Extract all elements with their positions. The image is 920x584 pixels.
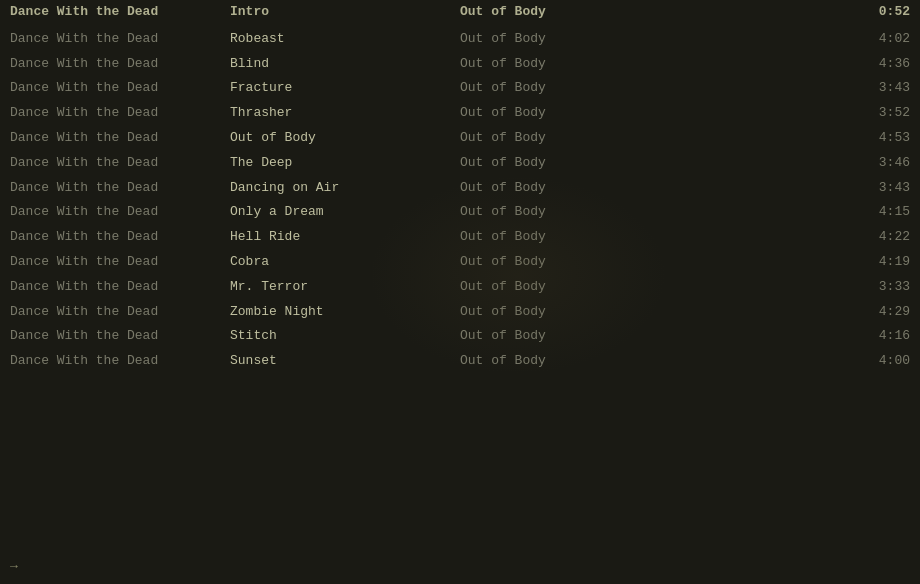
track-album: Out of Body: [460, 302, 680, 323]
table-row[interactable]: Dance With the DeadRobeastOut of Body4:0…: [0, 27, 920, 52]
track-title: Only a Dream: [230, 202, 460, 223]
table-row[interactable]: Dance With the DeadThe DeepOut of Body3:…: [0, 151, 920, 176]
track-album: Out of Body: [460, 128, 680, 149]
track-artist: Dance With the Dead: [10, 128, 230, 149]
table-row[interactable]: Dance With the DeadStitchOut of Body4:16: [0, 324, 920, 349]
track-artist: Dance With the Dead: [10, 351, 230, 372]
track-title: The Deep: [230, 153, 460, 174]
track-album: Out of Body: [460, 153, 680, 174]
track-album: Out of Body: [460, 54, 680, 75]
track-duration: 4:15: [680, 202, 910, 223]
track-duration: 3:43: [680, 178, 910, 199]
track-artist: Dance With the Dead: [10, 103, 230, 124]
track-title: Cobra: [230, 252, 460, 273]
track-artist: Dance With the Dead: [10, 252, 230, 273]
track-title: Sunset: [230, 351, 460, 372]
track-title: Zombie Night: [230, 302, 460, 323]
track-artist: Dance With the Dead: [10, 227, 230, 248]
track-duration: 4:19: [680, 252, 910, 273]
track-artist: Dance With the Dead: [10, 78, 230, 99]
header-artist: Dance With the Dead: [10, 2, 230, 23]
track-album: Out of Body: [460, 78, 680, 99]
track-duration: 4:22: [680, 227, 910, 248]
table-row[interactable]: Dance With the DeadOnly a DreamOut of Bo…: [0, 200, 920, 225]
track-album: Out of Body: [460, 277, 680, 298]
track-album: Out of Body: [460, 29, 680, 50]
header-duration: 0:52: [680, 2, 910, 23]
track-artist: Dance With the Dead: [10, 302, 230, 323]
table-row[interactable]: Dance With the DeadOut of BodyOut of Bod…: [0, 126, 920, 151]
track-artist: Dance With the Dead: [10, 54, 230, 75]
track-album: Out of Body: [460, 351, 680, 372]
table-row[interactable]: Dance With the DeadSunsetOut of Body4:00: [0, 349, 920, 374]
track-artist: Dance With the Dead: [10, 202, 230, 223]
table-row[interactable]: Dance With the DeadThrasherOut of Body3:…: [0, 101, 920, 126]
track-artist: Dance With the Dead: [10, 178, 230, 199]
track-duration: 3:43: [680, 78, 910, 99]
table-row[interactable]: Dance With the DeadCobraOut of Body4:19: [0, 250, 920, 275]
table-row[interactable]: Dance With the DeadDancing on AirOut of …: [0, 176, 920, 201]
track-duration: 3:46: [680, 153, 910, 174]
track-title: Fracture: [230, 78, 460, 99]
table-row[interactable]: Dance With the DeadHell RideOut of Body4…: [0, 225, 920, 250]
track-album: Out of Body: [460, 103, 680, 124]
track-album: Out of Body: [460, 227, 680, 248]
track-duration: 4:53: [680, 128, 910, 149]
table-row[interactable]: Dance With the DeadZombie NightOut of Bo…: [0, 300, 920, 325]
track-album: Out of Body: [460, 252, 680, 273]
track-title: Dancing on Air: [230, 178, 460, 199]
track-list-header: Dance With the Dead Intro Out of Body 0:…: [0, 0, 920, 25]
track-duration: 4:29: [680, 302, 910, 323]
header-title: Intro: [230, 2, 460, 23]
track-title: Blind: [230, 54, 460, 75]
track-duration: 4:02: [680, 29, 910, 50]
header-album: Out of Body: [460, 2, 680, 23]
track-title: Mr. Terror: [230, 277, 460, 298]
track-duration: 3:33: [680, 277, 910, 298]
track-album: Out of Body: [460, 178, 680, 199]
track-duration: 3:52: [680, 103, 910, 124]
track-duration: 4:16: [680, 326, 910, 347]
track-artist: Dance With the Dead: [10, 277, 230, 298]
track-duration: 4:36: [680, 54, 910, 75]
track-artist: Dance With the Dead: [10, 326, 230, 347]
track-artist: Dance With the Dead: [10, 29, 230, 50]
table-row[interactable]: Dance With the DeadBlindOut of Body4:36: [0, 52, 920, 77]
track-title: Hell Ride: [230, 227, 460, 248]
table-row[interactable]: Dance With the DeadMr. TerrorOut of Body…: [0, 275, 920, 300]
track-title: Thrasher: [230, 103, 460, 124]
table-row[interactable]: Dance With the DeadFractureOut of Body3:…: [0, 76, 920, 101]
track-artist: Dance With the Dead: [10, 153, 230, 174]
track-duration: 4:00: [680, 351, 910, 372]
track-title: Stitch: [230, 326, 460, 347]
track-album: Out of Body: [460, 326, 680, 347]
arrow-indicator: →: [10, 559, 18, 574]
track-album: Out of Body: [460, 202, 680, 223]
track-title: Robeast: [230, 29, 460, 50]
track-title: Out of Body: [230, 128, 460, 149]
track-list: Dance With the Dead Intro Out of Body 0:…: [0, 0, 920, 374]
